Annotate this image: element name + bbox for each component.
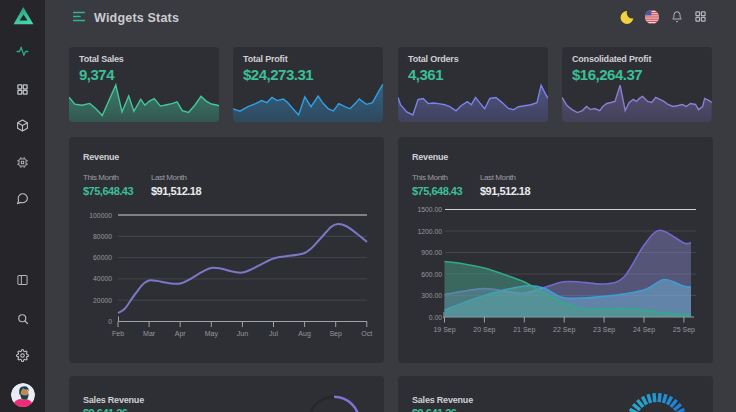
svg-text:80000: 80000	[93, 233, 112, 240]
svg-text:100000: 100000	[89, 212, 112, 219]
svg-text:40000: 40000	[93, 275, 112, 282]
svg-text:1500.00: 1500.00	[417, 206, 442, 213]
svg-text:22 Sep: 22 Sep	[553, 326, 575, 334]
svg-text:Oct: Oct	[361, 330, 372, 337]
svg-text:24 Sep: 24 Sep	[633, 326, 655, 334]
svg-text:Mar: Mar	[143, 330, 156, 337]
svg-text:Aug: Aug	[298, 330, 311, 338]
svg-text:Feb: Feb	[112, 330, 124, 337]
svg-text:Apr: Apr	[175, 330, 187, 338]
svg-text:1200.00: 1200.00	[417, 228, 442, 235]
svg-text:May: May	[205, 330, 219, 338]
svg-text:60000: 60000	[93, 254, 112, 261]
svg-text:0: 0	[108, 318, 112, 325]
svg-text:600.00: 600.00	[421, 271, 442, 278]
svg-text:Jun: Jun	[237, 330, 248, 337]
svg-text:300.00: 300.00	[421, 292, 442, 299]
svg-text:25 Sep: 25 Sep	[673, 326, 695, 334]
svg-text:21 Sep: 21 Sep	[513, 326, 535, 334]
svg-text:Sep: Sep	[329, 330, 342, 338]
svg-text:0.00: 0.00	[429, 314, 442, 321]
svg-text:Jul: Jul	[269, 330, 278, 337]
svg-text:900.00: 900.00	[421, 249, 442, 256]
svg-text:20000: 20000	[93, 297, 112, 304]
svg-text:20 Sep: 20 Sep	[473, 326, 495, 334]
svg-text:23 Sep: 23 Sep	[593, 326, 615, 334]
svg-text:19 Sep: 19 Sep	[433, 326, 455, 334]
